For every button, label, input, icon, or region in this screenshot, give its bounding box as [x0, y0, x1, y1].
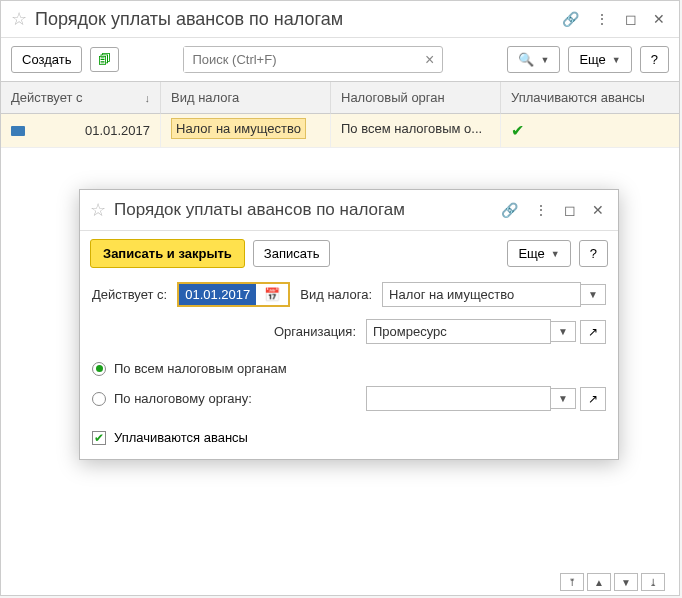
modal-maximize-icon[interactable]: ◻: [560, 198, 580, 222]
copy-button[interactable]: 🗐: [90, 47, 119, 72]
modal-help-button[interactable]: ?: [579, 240, 608, 267]
org-select[interactable]: Промресурс: [366, 319, 551, 344]
link-icon[interactable]: 🔗: [558, 7, 583, 31]
radio-all-authorities[interactable]: По всем налоговым органам: [92, 356, 606, 381]
more-button[interactable]: Еще ▼: [568, 46, 631, 73]
grid-header: Действует с↓ Вид налога Налоговый орган …: [1, 82, 679, 114]
window-title: Порядок уплаты авансов по налогам: [35, 9, 550, 30]
date-field[interactable]: 01.01.2017 📅: [177, 282, 290, 307]
save-close-button[interactable]: Записать и закрыть: [90, 239, 245, 268]
col-header-advances[interactable]: Уплачиваются авансы: [501, 82, 679, 114]
radio-one-label: По налоговому органу:: [114, 391, 252, 406]
tax-select[interactable]: Налог на имущество: [382, 282, 581, 307]
tax-dropdown-icon[interactable]: ▼: [581, 284, 606, 305]
authority-open-icon[interactable]: ↗: [580, 387, 606, 411]
close-icon[interactable]: ✕: [649, 7, 669, 31]
org-label: Организация:: [274, 324, 356, 339]
modal-titlebar: ☆ Порядок уплаты авансов по налогам 🔗 ⋮ …: [80, 190, 618, 231]
tax-label: Вид налога:: [300, 287, 372, 302]
search-box[interactable]: ×: [183, 46, 443, 73]
help-button[interactable]: ?: [640, 46, 669, 73]
checkbox-icon[interactable]: ✔: [92, 431, 106, 445]
nav-top-icon[interactable]: ⤒: [560, 573, 584, 591]
create-button[interactable]: Создать: [11, 46, 82, 73]
grid-nav-buttons: ⤒ ▲ ▼ ⤓: [560, 573, 665, 591]
modal-close-icon[interactable]: ✕: [588, 198, 608, 222]
nav-down-icon[interactable]: ▼: [614, 573, 638, 591]
authority-select[interactable]: [366, 386, 551, 411]
modal-link-icon[interactable]: 🔗: [497, 198, 522, 222]
modal-favorite-star-icon[interactable]: ☆: [90, 199, 106, 221]
date-label: Действует с:: [92, 287, 167, 302]
modal-toolbar: Записать и закрыть Записать Еще ▼ ?: [80, 231, 618, 276]
calendar-icon[interactable]: 📅: [256, 284, 288, 305]
date-value[interactable]: 01.01.2017: [179, 284, 256, 305]
data-grid: Действует с↓ Вид налога Налоговый орган …: [1, 81, 679, 148]
modal-more-button[interactable]: Еще ▼: [507, 240, 570, 267]
table-row[interactable]: 01.01.2017 Налог на имущество По всем на…: [1, 114, 679, 148]
org-dropdown-icon[interactable]: ▼: [551, 321, 576, 342]
save-button[interactable]: Записать: [253, 240, 331, 267]
checkbox-label: Уплачиваются авансы: [114, 430, 248, 445]
radio-all-label: По всем налоговым органам: [114, 361, 287, 376]
main-toolbar: Создать 🗐 × 🔍 ▼ Еще ▼ ?: [1, 38, 679, 81]
sort-arrow-icon: ↓: [145, 92, 151, 104]
authority-dropdown-icon[interactable]: ▼: [551, 388, 576, 409]
kebab-menu-icon[interactable]: ⋮: [591, 7, 613, 31]
col-header-date[interactable]: Действует с↓: [1, 82, 161, 114]
radio-one-authority[interactable]: По налоговому органу: ▼ ↗: [92, 381, 606, 416]
authority-radio-group: По всем налоговым органам По налоговому …: [80, 350, 618, 422]
maximize-icon[interactable]: ◻: [621, 7, 641, 31]
modal-title: Порядок уплаты авансов по налогам: [114, 200, 489, 220]
nav-up-icon[interactable]: ▲: [587, 573, 611, 591]
main-titlebar: ☆ Порядок уплаты авансов по налогам 🔗 ⋮ …: [1, 1, 679, 38]
cell-authority: По всем налоговым о...: [331, 114, 501, 148]
search-input[interactable]: [184, 47, 417, 72]
col-header-tax[interactable]: Вид налога: [161, 82, 331, 114]
nav-bottom-icon[interactable]: ⤓: [641, 573, 665, 591]
clear-search-icon[interactable]: ×: [417, 51, 442, 69]
modal-kebab-icon[interactable]: ⋮: [530, 198, 552, 222]
col-header-authority[interactable]: Налоговый орган: [331, 82, 501, 114]
favorite-star-icon[interactable]: ☆: [11, 8, 27, 30]
search-dropdown-button[interactable]: 🔍 ▼: [507, 46, 560, 73]
radio-icon[interactable]: [92, 362, 106, 376]
advances-checkbox-row[interactable]: ✔ Уплачиваются авансы: [80, 422, 618, 459]
radio-icon[interactable]: [92, 392, 106, 406]
org-open-icon[interactable]: ↗: [580, 320, 606, 344]
cell-tax: Налог на имущество: [171, 118, 306, 139]
edit-modal: ☆ Порядок уплаты авансов по налогам 🔗 ⋮ …: [79, 189, 619, 460]
record-icon: [11, 126, 25, 136]
check-icon: ✔: [511, 122, 524, 139]
cell-date: 01.01.2017: [85, 123, 150, 138]
